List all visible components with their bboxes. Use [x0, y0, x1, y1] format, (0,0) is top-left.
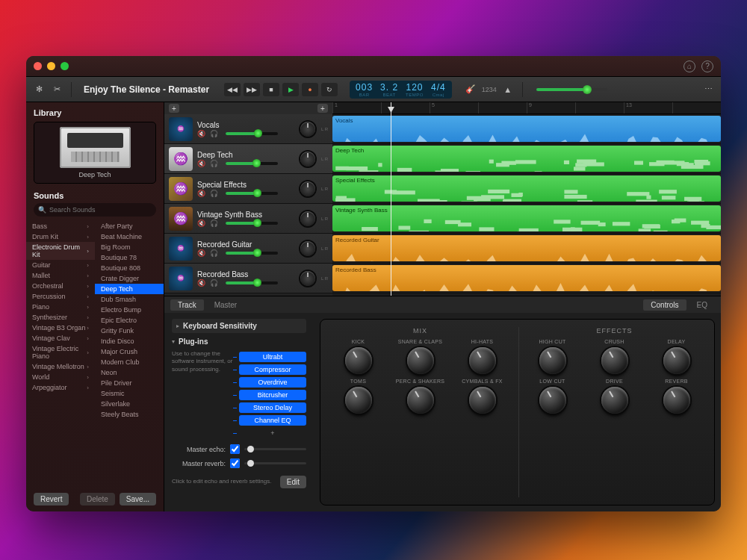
- track-header-5[interactable]: ♒Recorded Bass🔇🎧L R: [164, 264, 332, 293]
- knob-toms[interactable]: [345, 387, 372, 414]
- headphones-icon[interactable]: 🎧: [210, 190, 218, 197]
- mute-icon[interactable]: 🔇: [197, 220, 205, 227]
- pan-knob[interactable]: [300, 122, 315, 137]
- preset-boutique-78[interactable]: Boutique 78: [95, 252, 164, 263]
- category-vintage-mellotron[interactable]: Vintage Mellotron›: [26, 361, 95, 372]
- master-reverb-slider[interactable]: [244, 462, 306, 464]
- mute-icon[interactable]: 🔇: [197, 130, 205, 137]
- knob-reverb[interactable]: [663, 387, 690, 414]
- preset-major-crush[interactable]: Major Crush: [95, 346, 164, 357]
- forward-button[interactable]: ▶▶: [244, 83, 260, 96]
- add-region-button[interactable]: +: [317, 104, 328, 113]
- preset-silverlake[interactable]: Silverlake: [95, 399, 164, 409]
- pan-knob[interactable]: [300, 181, 315, 196]
- metronome-icon[interactable]: ▲: [501, 83, 515, 96]
- mute-icon[interactable]: 🔇: [197, 249, 205, 257]
- headphones-icon[interactable]: 🎧: [210, 130, 218, 137]
- track-volume-slider[interactable]: [226, 192, 278, 195]
- preset-boutique-808[interactable]: Boutique 808: [95, 263, 164, 273]
- plugin-stereo-delay[interactable]: Stereo Delay: [239, 402, 306, 413]
- more-icon[interactable]: ⋯: [701, 83, 715, 96]
- delete-button[interactable]: Delete: [80, 493, 115, 505]
- preset-steely-beats[interactable]: Steely Beats: [95, 409, 164, 420]
- category-percussion[interactable]: Percussion›: [26, 291, 95, 302]
- knob-delay[interactable]: [663, 347, 690, 374]
- preset-pile-driver[interactable]: Pile Driver: [95, 378, 164, 388]
- close-window[interactable]: [34, 62, 42, 70]
- plugins-disclosure[interactable]: ▾ Plug-ins: [172, 337, 306, 346]
- stop-button[interactable]: ■: [263, 83, 279, 96]
- category-vintage-electric-piano[interactable]: Vintage Electric Piano›: [26, 343, 95, 361]
- knob-hi-hats[interactable]: [469, 347, 496, 374]
- mute-icon[interactable]: 🔇: [197, 160, 205, 167]
- pan-knob[interactable]: [300, 241, 315, 256]
- count-in-label[interactable]: 1234: [482, 86, 497, 93]
- mute-icon[interactable]: 🔇: [197, 279, 205, 287]
- category-electronic-drum-kit[interactable]: Electronic Drum Kit›: [26, 242, 95, 260]
- preset-electro-bump[interactable]: Electro Bump: [95, 305, 164, 315]
- play-button[interactable]: ▶: [282, 83, 299, 96]
- pan-knob[interactable]: [300, 211, 315, 226]
- headphones-icon[interactable]: 🎧: [210, 249, 218, 257]
- track-volume-slider[interactable]: [226, 281, 278, 284]
- track-volume-slider[interactable]: [226, 252, 278, 255]
- lcd-display[interactable]: 003BAR 3. 2BEAT 120TEMPO 4/4Cmaj: [350, 81, 452, 99]
- timeline[interactable]: 15913 VocalsDeep TechSpecial EffectsVint…: [332, 102, 721, 296]
- pan-knob[interactable]: [300, 271, 315, 286]
- knob-cymbals-fx[interactable]: [469, 387, 496, 414]
- preset-modern-club[interactable]: Modern Club: [95, 357, 164, 367]
- plugin-channel-eq[interactable]: Channel EQ: [239, 415, 306, 426]
- knob-snare-claps[interactable]: [407, 347, 434, 374]
- tuner-icon[interactable]: 🎸: [464, 83, 477, 96]
- category-synthesizer[interactable]: Synthesizer›: [26, 312, 95, 323]
- plugin-ultrabt[interactable]: Ultrabt: [239, 352, 306, 362]
- rewind-button[interactable]: ◀◀: [224, 83, 241, 96]
- scissors-icon[interactable]: ✂: [50, 83, 63, 96]
- preset-deep-tech[interactable]: Deep Tech: [95, 284, 164, 294]
- knob-crush[interactable]: [601, 347, 628, 374]
- keyboard-sensitivity-disclosure[interactable]: ▸ Keyboard Sensitivity: [172, 319, 306, 333]
- cycle-button[interactable]: ↻: [321, 83, 338, 96]
- preset-dub-smash[interactable]: Dub Smash: [95, 294, 164, 305]
- minimize-window[interactable]: [47, 62, 55, 70]
- category-mallet[interactable]: Mallet›: [26, 270, 95, 281]
- zoom-window[interactable]: [61, 62, 69, 70]
- add-track-button[interactable]: +: [169, 104, 179, 113]
- tab-track[interactable]: Track: [170, 299, 204, 311]
- record-button[interactable]: ●: [302, 83, 318, 96]
- plugin-compressor[interactable]: Compressor: [239, 364, 306, 375]
- category-world[interactable]: World›: [26, 372, 95, 382]
- tab-eq[interactable]: EQ: [689, 299, 715, 311]
- sounds-search[interactable]: 🔍: [34, 203, 156, 217]
- tab-controls[interactable]: Controls: [643, 299, 686, 311]
- save-button[interactable]: Save...: [120, 493, 156, 505]
- headphones-icon[interactable]: 🎧: [210, 160, 218, 167]
- master-reverb-checkbox[interactable]: [230, 458, 240, 468]
- mute-icon[interactable]: 🔇: [197, 190, 205, 197]
- category-piano[interactable]: Piano›: [26, 302, 95, 312]
- category-orchestral[interactable]: Orchestral›: [26, 281, 95, 291]
- knob-low-cut[interactable]: [539, 387, 566, 414]
- revert-button[interactable]: Revert: [34, 493, 69, 505]
- preset-gritty-funk[interactable]: Gritty Funk: [95, 326, 164, 336]
- category-drum-kit[interactable]: Drum Kit›: [26, 231, 95, 242]
- plugin-overdrive[interactable]: Overdrive: [239, 377, 306, 388]
- preset-seismic[interactable]: Seismic: [95, 388, 164, 399]
- search-input[interactable]: [49, 206, 152, 214]
- track-volume-slider[interactable]: [226, 162, 278, 165]
- track-volume-slider[interactable]: [226, 132, 278, 135]
- instrument-card[interactable]: Deep Tech: [34, 122, 156, 184]
- track-header-0[interactable]: ♒Vocals🔇🎧L R: [164, 114, 332, 144]
- category-vintage-b3-organ[interactable]: Vintage B3 Organ›: [26, 323, 95, 333]
- headphones-icon[interactable]: 🎧: [210, 220, 218, 227]
- playhead[interactable]: [391, 102, 391, 296]
- knob-high-cut[interactable]: [539, 347, 566, 374]
- edit-button[interactable]: Edit: [280, 476, 306, 488]
- master-echo-checkbox[interactable]: [230, 444, 240, 454]
- knob-perc-shakers[interactable]: [407, 387, 434, 414]
- settings-icon[interactable]: ✻: [32, 83, 46, 96]
- plugin-bitcrusher[interactable]: Bitcrusher: [239, 390, 306, 400]
- preset-indie-disco[interactable]: Indie Disco: [95, 336, 164, 346]
- category-arpeggiator[interactable]: Arpeggiator›: [26, 382, 95, 393]
- knob-kick[interactable]: [345, 347, 372, 374]
